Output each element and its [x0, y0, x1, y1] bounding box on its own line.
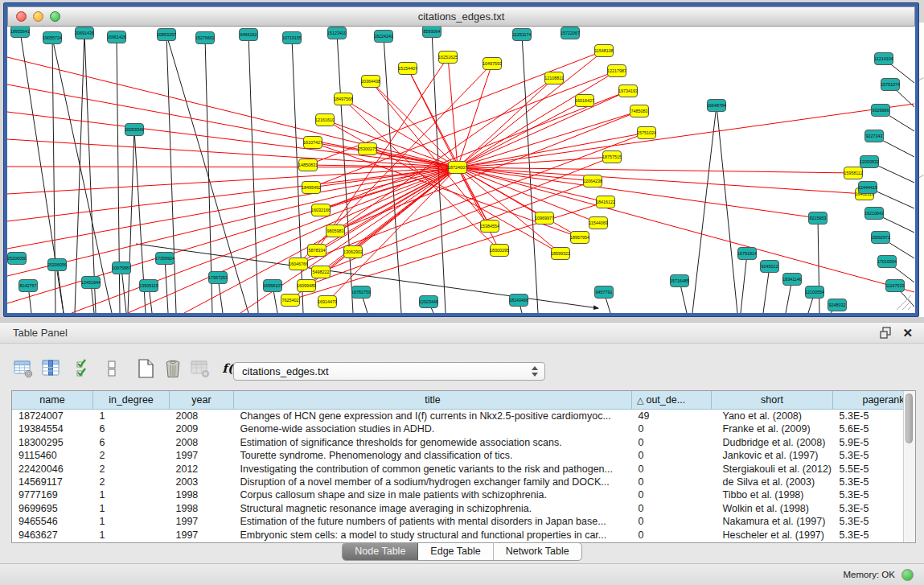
network-node-label: 8142757 — [20, 283, 37, 288]
network-node-label: 9245012 — [762, 264, 778, 269]
network-node-label: 20206056 — [47, 262, 67, 267]
tab-node-table[interactable]: Node Table — [343, 543, 418, 560]
canvas-resize-grip-icon[interactable] — [897, 295, 911, 310]
network-node-label: 20053346 — [125, 127, 144, 132]
memory-status-label: Memory: OK — [843, 570, 895, 579]
network-node-label: 17957253 — [208, 275, 228, 280]
network-canvas[interactable]: 1872400715154407203644381849756812161610… — [7, 27, 915, 313]
table-cell: Embryonic stem cells: a model to study s… — [234, 529, 632, 542]
delete-table-button[interactable] — [188, 356, 212, 381]
network-edge — [128, 130, 134, 313]
table-selector-dropdown[interactable]: citations_edges.txt — [233, 362, 545, 381]
checkmarks-icon — [76, 358, 93, 379]
table-cell: 1998 — [170, 502, 234, 515]
table-scrollbar[interactable] — [903, 391, 915, 542]
network-edge — [692, 105, 717, 313]
table-row[interactable]: 946554611997Estimation of the future num… — [12, 515, 916, 528]
column-header-title[interactable]: title — [234, 391, 632, 410]
table-cell: Franke et al. (2009) — [712, 422, 833, 435]
table-row[interactable]: 969969511998Structural magnetic resonanc… — [12, 502, 916, 515]
network-edge — [52, 38, 112, 313]
network-node-label: 15722067 — [561, 31, 580, 35]
table-cell: Stergiakouli et al. (2012) — [712, 463, 833, 476]
network-node-label: 10969977 — [535, 216, 554, 220]
column-header-out_de[interactable]: △out_de... — [632, 391, 712, 410]
network-node-label: 22064238 — [583, 179, 602, 183]
network-node-label: 15751074 — [881, 82, 900, 87]
network-node-label: 10719155 — [282, 35, 302, 40]
network-node-label: 5498222 — [313, 270, 330, 274]
show-column-button[interactable] — [39, 356, 63, 381]
table-mode-button[interactable] — [11, 356, 35, 381]
network-view-window: citations_edges.txt 18724007151544072036… — [3, 2, 919, 317]
network-node-label: 19734193 — [618, 89, 638, 93]
table-panel-title: Table Panel — [13, 327, 68, 339]
tab-network-table[interactable]: Network Table — [494, 543, 581, 560]
network-window-titlebar[interactable]: citations_edges.txt — [7, 6, 915, 27]
network-node-label: 12923446 — [419, 299, 438, 304]
network-node-label: 16032166 — [311, 208, 331, 212]
network-edge — [458, 167, 914, 292]
table-cell: Disruption of a novel member of a sodium… — [234, 476, 632, 488]
table-cell: 0 — [632, 422, 712, 435]
network-edge — [408, 68, 490, 226]
tab-edge-table[interactable]: Edge Table — [418, 543, 493, 560]
network-edge — [57, 265, 64, 313]
create-column-button[interactable] — [133, 356, 158, 381]
table-cell: 6 — [93, 422, 170, 435]
table-selector-value: citations_edges.txt — [242, 365, 329, 377]
network-node-label: 18757515 — [602, 154, 622, 159]
close-panel-icon[interactable]: ✕ — [902, 327, 913, 339]
table-row[interactable]: 911546021997Tourette syndrome. Phenomeno… — [12, 449, 916, 462]
network-node-label: 6466162 — [240, 32, 257, 37]
network-edge — [7, 84, 458, 167]
select-columns-button[interactable] — [72, 356, 97, 381]
table-row[interactable]: 1456911722003Disruption of a novel membe… — [12, 476, 916, 488]
table-row[interactable]: 1830029562008Estimation of significance … — [12, 436, 916, 449]
delete-table-icon — [190, 358, 211, 379]
table-toolbar: f(x) — [11, 356, 249, 381]
network-edge — [121, 268, 126, 313]
table-cell: 22420046 — [12, 463, 93, 476]
table-cell: 0 — [632, 502, 712, 515]
network-node-label: 18224241 — [374, 34, 393, 39]
table-cell: 2 — [93, 476, 170, 488]
network-node-label: 16210643 — [864, 211, 884, 216]
table-cell: 0 — [632, 515, 712, 528]
column-header-year[interactable]: year — [170, 391, 234, 410]
table-row[interactable]: 1872400712008Changes of HCN gene express… — [12, 410, 916, 423]
close-window-icon[interactable] — [16, 11, 27, 22]
status-bar: Memory: OK — [0, 563, 924, 585]
memory-ok-indicator-icon — [901, 569, 914, 581]
network-edge — [166, 35, 176, 313]
table-row[interactable]: 2242004622012Investigating the contribut… — [12, 463, 916, 476]
network-node-label: 16791914 — [737, 251, 757, 256]
table-scrollbar-thumb[interactable] — [906, 393, 913, 443]
network-node-label: 25206050 — [7, 256, 27, 261]
trash-icon — [163, 358, 183, 379]
network-edge — [166, 35, 248, 313]
delete-column-button[interactable] — [161, 356, 185, 381]
table-panel-body: f(x) citations_edges.txt namein_degreeye… — [0, 344, 924, 585]
network-node-label: 12108811 — [544, 76, 564, 80]
table-row[interactable]: 977716911998Corpus callosum shape and si… — [12, 488, 916, 501]
network-edge — [7, 167, 458, 194]
column-header-in_degree[interactable]: in_degree — [93, 391, 170, 410]
network-edge — [7, 167, 458, 221]
row-height-button[interactable] — [100, 356, 124, 381]
network-node-label: 18957954 — [570, 235, 589, 240]
table-cell: 9463627 — [12, 529, 93, 542]
zoom-window-icon[interactable] — [50, 11, 60, 22]
column-header-short[interactable]: short — [712, 391, 833, 410]
network-node-label: 18495492 — [302, 185, 321, 190]
table-row[interactable]: 946362711997Embryonic stem cells: a mode… — [12, 529, 916, 542]
network-node-label: 12217987 — [607, 68, 626, 73]
table-cell: 9465546 — [12, 515, 93, 528]
minimize-window-icon[interactable] — [33, 11, 43, 22]
float-panel-icon[interactable] — [880, 327, 892, 339]
citation-network-graph[interactable]: 1872400715154407203644381849756812161610… — [7, 27, 914, 313]
table-row[interactable]: 1938455462009Genome-wide association stu… — [12, 422, 916, 435]
network-node-label: 20364438 — [361, 79, 380, 84]
table-cell: 14569117 — [12, 476, 93, 488]
column-header-name[interactable]: name — [12, 391, 93, 410]
